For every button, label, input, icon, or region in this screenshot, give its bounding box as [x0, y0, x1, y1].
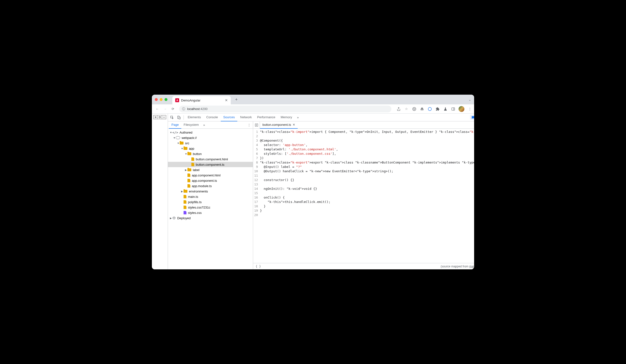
more-tabs-icon[interactable]: »	[295, 115, 301, 119]
address-bar[interactable]: ⓘ localhost:4200	[179, 106, 391, 112]
tree-app-ts[interactable]: app.component.ts	[168, 178, 253, 183]
browser-tab[interactable]: A DemoAngular ✕	[172, 96, 231, 104]
editor-tab-close-icon[interactable]: ✕	[293, 123, 295, 127]
tree-polyfills[interactable]: polyfills.ts	[168, 199, 253, 205]
device-toggle-icon[interactable]	[176, 114, 182, 121]
tree-authored[interactable]: ▼</>Authored	[168, 130, 253, 135]
file-icon	[187, 174, 190, 177]
cloud-icon	[176, 136, 180, 139]
tab-network[interactable]: Network	[238, 114, 254, 121]
tree-main-ts[interactable]: main.ts	[168, 194, 253, 199]
code-content[interactable]: "k-class">class="k-import">import { Comp…	[260, 129, 474, 263]
line-gutter: 1 2 3 4 5 6 7 8 9 10 11 12 13 14 15 16 1…	[253, 129, 260, 263]
tree-styles[interactable]: styles.css	[168, 210, 253, 215]
svg-point-2	[414, 108, 414, 109]
window-close-button[interactable]	[155, 98, 158, 101]
tree-styles-q[interactable]: styles.css?231c	[168, 205, 253, 210]
tabs-menu-button[interactable]: ⌄	[469, 98, 471, 102]
issues-badge[interactable]: 1	[470, 115, 474, 120]
more-subtabs-icon[interactable]: »	[201, 123, 207, 127]
share-icon[interactable]	[396, 107, 401, 111]
labs-flask-icon[interactable]	[443, 107, 448, 111]
angular-favicon: A	[175, 98, 179, 102]
editor-tab-open[interactable]: button.component.ts ✕	[260, 121, 298, 129]
svg-point-6	[428, 107, 431, 111]
tab-console[interactable]: Console	[204, 114, 220, 121]
site-info-icon[interactable]: ⓘ	[182, 107, 185, 111]
file-icon	[187, 179, 190, 182]
page-viewport: + 0 -	[152, 114, 168, 269]
tree-src[interactable]: ▼src	[168, 140, 253, 146]
tree-deployed[interactable]: ▶Deployed	[168, 215, 253, 221]
tree-webpack[interactable]: ▼webpack://	[168, 135, 253, 140]
tab-sources[interactable]: Sources	[221, 114, 237, 121]
folder-icon	[184, 190, 187, 193]
sources-navigator: Page Filesystem » ⋮ ▼</>Authored ▼webpac…	[168, 121, 253, 269]
code-editor[interactable]: 1 2 3 4 5 6 7 8 9 10 11 12 13 14 15 16 1…	[253, 129, 474, 263]
tab-memory[interactable]: Memory	[278, 114, 295, 121]
traffic-lights	[155, 98, 167, 101]
svg-point-4	[421, 109, 422, 110]
sidepanel-icon[interactable]	[451, 107, 456, 111]
devtools-panel: Elements Console Sources Network Perform…	[168, 114, 474, 269]
status-text: (source mapped from main.js) Coverage: n…	[441, 265, 474, 268]
counter-plus-button[interactable]: +	[154, 115, 158, 119]
counter-widget: + 0 -	[153, 115, 166, 119]
window-minimize-button[interactable]	[160, 98, 162, 101]
svg-rect-11	[179, 117, 180, 119]
svg-point-3	[415, 108, 415, 109]
tab-elements[interactable]: Elements	[185, 114, 203, 121]
forward-button[interactable]: →	[162, 106, 168, 112]
editor-tabbar: button.component.ts ✕	[253, 121, 474, 129]
profile-avatar[interactable]	[459, 106, 464, 112]
svg-point-5	[422, 109, 424, 110]
svg-point-1	[413, 107, 416, 111]
tree-app[interactable]: ▼app	[168, 146, 253, 151]
folder-icon	[180, 142, 184, 145]
tree-environments[interactable]: ▶environments	[168, 188, 253, 194]
devtools-tabbar: Elements Console Sources Network Perform…	[168, 114, 474, 121]
url-text: localhost:4200	[187, 107, 208, 111]
tab-performance[interactable]: Performance	[255, 114, 278, 121]
tree-app-html[interactable]: app.component.html	[168, 173, 253, 178]
toggle-navigator-icon[interactable]	[253, 122, 260, 128]
subtab-page[interactable]: Page	[169, 121, 181, 129]
window-maximize-button[interactable]	[164, 98, 167, 101]
tree-button-ts[interactable]: button.component.ts	[168, 162, 253, 167]
back-button[interactable]: ←	[154, 106, 161, 112]
source-map-link[interactable]: main.js	[469, 265, 474, 268]
menu-dots-icon[interactable]: ⋮	[467, 107, 472, 111]
tab-close-button[interactable]: ✕	[225, 98, 228, 102]
extension-incognito-icon[interactable]	[420, 107, 425, 111]
svg-rect-7	[452, 108, 455, 110]
pretty-print-icon[interactable]: { }	[256, 265, 261, 268]
folder-icon	[187, 152, 191, 155]
tree-app-module[interactable]: app.module.ts	[168, 183, 253, 188]
bookmark-star-icon[interactable]: ☆	[404, 107, 409, 111]
extension-1-icon[interactable]	[412, 107, 417, 111]
counter-minus-button[interactable]: -	[162, 115, 166, 119]
file-icon	[184, 206, 187, 209]
extensions-puzzle-icon[interactable]	[435, 107, 440, 111]
folder-icon	[184, 147, 187, 150]
titlebar: A DemoAngular ✕ + ⌄	[152, 95, 474, 104]
file-icon	[184, 200, 187, 204]
inspect-element-icon[interactable]	[169, 114, 175, 121]
toolbar: ← → ⟳ ⓘ localhost:4200 ☆ ⋮	[152, 104, 474, 114]
extension-3-icon[interactable]	[427, 107, 432, 111]
file-icon	[184, 211, 187, 214]
sources-subtabs: Page Filesystem » ⋮	[168, 121, 253, 129]
tree-label-folder[interactable]: ▶label	[168, 167, 253, 173]
tree-button-folder[interactable]: ▼button	[168, 151, 253, 156]
navigator-menu-icon[interactable]: ⋮	[246, 123, 252, 127]
tree-button-html[interactable]: button.component.html	[168, 156, 253, 162]
new-tab-button[interactable]: +	[235, 97, 238, 102]
file-icon	[191, 163, 194, 166]
file-tree: ▼</>Authored ▼webpack:// ▼src ▼app ▼butt…	[168, 129, 253, 269]
editor-tab-title: button.component.ts	[262, 123, 291, 127]
subtab-filesystem[interactable]: Filesystem	[181, 121, 201, 129]
devtools-body: Page Filesystem » ⋮ ▼</>Authored ▼webpac…	[168, 121, 474, 269]
content-area: + 0 - Elements Console Sources Network P…	[152, 114, 474, 269]
cube-icon	[172, 216, 176, 220]
reload-button[interactable]: ⟳	[169, 106, 176, 112]
